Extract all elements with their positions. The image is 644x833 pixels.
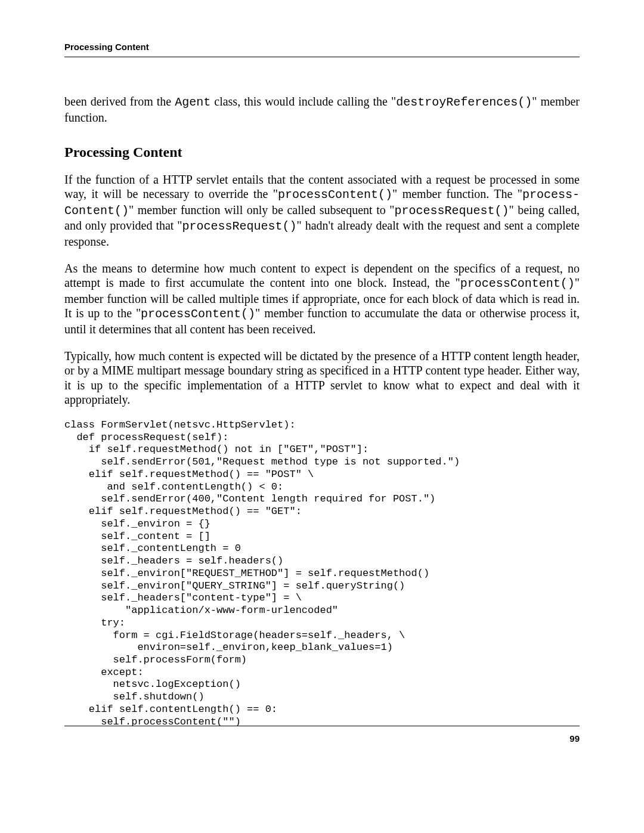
paragraph-1: If the function of a HTTP servlet entail… <box>64 172 580 249</box>
code-inline: destroyReferences() <box>396 95 532 109</box>
body-text: been derived from the Agent class, this … <box>64 94 580 728</box>
code-inline: processContent() <box>141 307 255 321</box>
code-inline: processContent() <box>278 188 392 202</box>
header-rule <box>64 57 580 57</box>
page: Processing Content been derived from the… <box>0 0 644 833</box>
page-number: 99 <box>64 733 580 744</box>
paragraph-2: As the means to determine how much conte… <box>64 261 580 337</box>
text: " member function will only be called su… <box>129 203 394 216</box>
paragraph-3: Typically, how much content is expected … <box>64 349 580 407</box>
text: " member function. The " <box>392 187 522 200</box>
text: class, this would include calling the " <box>210 95 396 108</box>
section-heading: Processing Content <box>64 144 580 162</box>
code-inline: processRequest() <box>182 219 297 233</box>
code-inline: Agent <box>175 95 210 109</box>
intro-paragraph: been derived from the Agent class, this … <box>64 94 580 125</box>
page-footer: 99 <box>64 726 580 744</box>
footer-rule <box>64 726 580 726</box>
page-header: Processing Content <box>64 42 580 57</box>
code-inline: processContent() <box>460 277 575 290</box>
code-block: class FormServlet(netsvc.HttpServlet): d… <box>64 419 580 728</box>
running-title: Processing Content <box>64 42 580 52</box>
code-inline: processRequest() <box>394 204 509 218</box>
text: been derived from the <box>64 95 175 108</box>
